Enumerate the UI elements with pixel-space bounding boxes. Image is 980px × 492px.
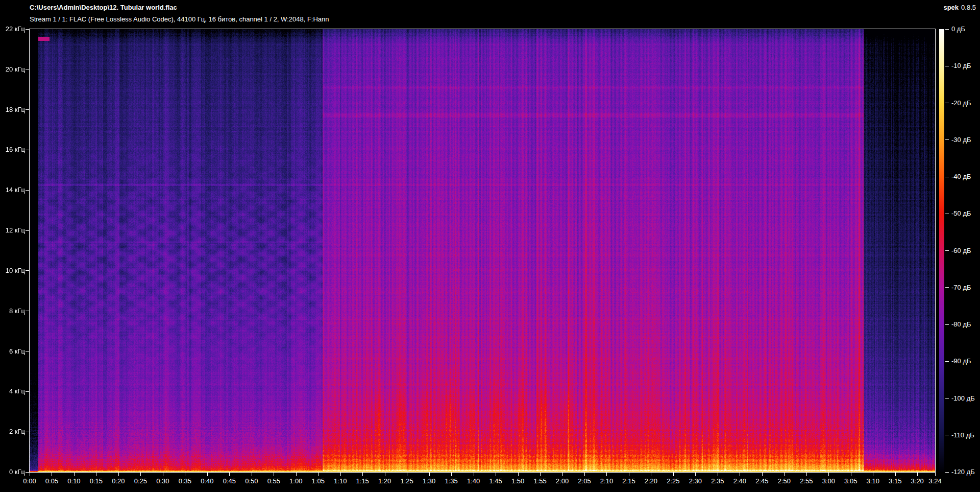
time-tick <box>96 473 96 476</box>
freq-tick <box>26 432 29 432</box>
freq-tick <box>26 311 29 311</box>
db-tick-label: -60 дБ <box>951 247 971 255</box>
time-tick <box>828 473 829 476</box>
freq-tick <box>26 230 29 231</box>
freq-tick-label: 10 кГц <box>0 267 25 275</box>
db-tick-label: -30 дБ <box>951 136 971 144</box>
time-tick <box>296 473 297 476</box>
freq-tick-label: 22 кГц <box>0 25 25 33</box>
db-tick-label: -120 дБ <box>951 468 975 476</box>
time-tick <box>740 473 740 476</box>
freq-tick-label: 6 кГц <box>0 347 25 356</box>
time-tick <box>429 473 430 476</box>
db-tick <box>945 324 949 325</box>
time-tick-label: 3:24 <box>922 477 948 485</box>
freq-tick <box>26 109 29 110</box>
db-tick-label: -20 дБ <box>951 99 971 107</box>
db-colorbar <box>939 29 944 472</box>
time-tick <box>584 473 585 476</box>
time-tick <box>851 473 851 476</box>
freq-tick <box>26 391 29 392</box>
freq-tick <box>26 69 29 69</box>
spectrogram-canvas <box>30 29 935 472</box>
time-tick <box>562 473 563 476</box>
freq-tick-label: 14 кГц <box>0 186 25 194</box>
db-tick <box>945 177 949 177</box>
freq-tick-label: 0 кГц <box>0 468 25 476</box>
spek-window: { "window": { "app_name": "spek", "app_v… <box>0 0 980 492</box>
app-name: spek <box>943 4 959 11</box>
db-tick <box>945 29 949 30</box>
time-tick <box>340 473 341 476</box>
time-tick <box>385 473 385 476</box>
db-tick <box>945 361 949 362</box>
time-tick <box>274 473 274 476</box>
freq-tick-label: 20 кГц <box>0 65 25 74</box>
time-tick <box>673 473 674 476</box>
time-tick <box>695 473 696 476</box>
freq-tick-label: 16 кГц <box>0 146 25 154</box>
freq-tick <box>26 29 29 30</box>
db-tick <box>945 66 949 66</box>
db-tick-label: -110 дБ <box>951 431 974 439</box>
freq-tick <box>26 150 29 150</box>
time-tick <box>718 473 718 476</box>
db-tick-label: -50 дБ <box>951 209 971 218</box>
freq-tick-label: 8 кГц <box>0 307 25 315</box>
time-tick <box>540 473 541 476</box>
db-tick <box>945 398 949 399</box>
time-tick <box>407 473 407 476</box>
time-tick <box>651 473 651 476</box>
time-tick <box>935 473 936 476</box>
freq-tick-label: 2 кГц <box>0 428 25 436</box>
db-tick-label: -90 дБ <box>951 357 971 365</box>
app-name-version: spek0.8.5 <box>943 4 976 11</box>
db-tick <box>945 103 949 103</box>
db-tick-label: -40 дБ <box>951 173 971 181</box>
db-tick <box>945 139 949 140</box>
time-tick <box>207 473 208 476</box>
time-tick <box>30 473 30 476</box>
db-tick-label: 0 дБ <box>951 25 965 33</box>
db-tick <box>945 214 949 214</box>
stream-info-subtitle: Stream 1 / 1: FLAC (Free Lossless Audio … <box>30 15 329 23</box>
db-tick-label: -70 дБ <box>951 284 971 292</box>
time-tick <box>629 473 629 476</box>
db-tick-label: -80 дБ <box>951 320 971 329</box>
time-tick <box>362 473 363 476</box>
app-version: 0.8.5 <box>961 4 976 11</box>
db-tick-label: -100 дБ <box>951 394 975 403</box>
freq-tick <box>26 472 29 473</box>
time-tick <box>52 473 52 476</box>
time-tick <box>474 473 474 476</box>
freq-tick-label: 12 кГц <box>0 226 25 235</box>
db-tick <box>945 435 949 435</box>
freq-tick <box>26 270 29 271</box>
freq-tick <box>26 351 29 352</box>
time-tick <box>252 473 252 476</box>
db-tick-label: -10 дБ <box>951 62 971 70</box>
time-tick <box>895 473 896 476</box>
time-tick <box>873 473 873 476</box>
time-tick <box>606 473 607 476</box>
time-tick <box>140 473 141 476</box>
time-tick <box>762 473 763 476</box>
file-path-title: C:\Users\Admin\Desktop\12. Tubular world… <box>30 4 177 11</box>
db-tick <box>945 287 949 288</box>
time-tick <box>163 473 163 476</box>
time-tick <box>784 473 785 476</box>
time-tick <box>496 473 496 476</box>
db-tick <box>945 472 949 473</box>
time-tick <box>185 473 185 476</box>
time-tick <box>318 473 318 476</box>
time-tick <box>806 473 807 476</box>
time-tick <box>917 473 918 476</box>
time-tick <box>118 473 119 476</box>
db-tick <box>945 250 949 251</box>
time-tick <box>74 473 75 476</box>
freq-tick-label: 4 кГц <box>0 387 25 395</box>
freq-tick-label: 18 кГц <box>0 106 25 114</box>
time-tick <box>229 473 230 476</box>
time-tick <box>518 473 519 476</box>
freq-tick <box>26 190 29 191</box>
